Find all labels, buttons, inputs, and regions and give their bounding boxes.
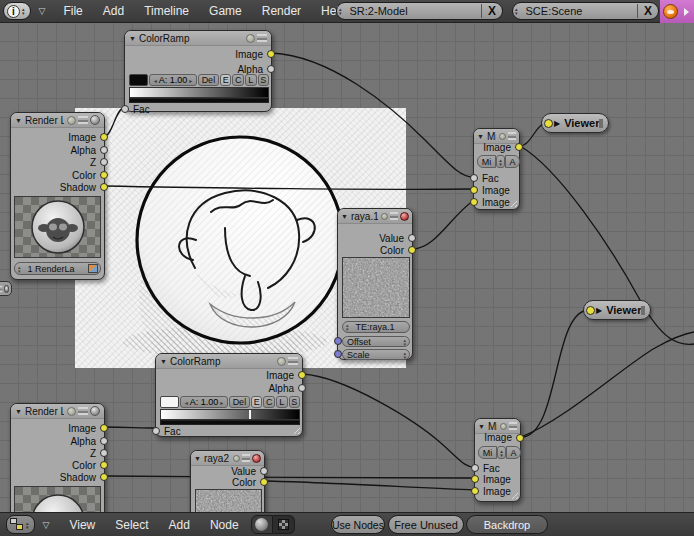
- mix-mode-button[interactable]: Mi: [477, 155, 496, 168]
- collapse-icon[interactable]: ▼: [160, 358, 167, 365]
- offset-stepper-icon[interactable]: ▴▾: [400, 338, 409, 346]
- node-mix-2[interactable]: ▼ Mix Image Mi ▴▾ A Fac Image Image: [474, 418, 521, 502]
- image-icon[interactable]: [88, 264, 98, 273]
- mix-mode-control[interactable]: Mi ▴▾ A: [477, 155, 520, 168]
- backdrop-toggle-button[interactable]: Backdrop: [466, 515, 548, 534]
- socket-alpha-output[interactable]: [100, 437, 108, 445]
- collapse-icon[interactable]: ▼: [15, 408, 22, 415]
- plus-icon[interactable]: [67, 407, 76, 416]
- socket-image-output[interactable]: [515, 143, 523, 151]
- ramp-flag-l[interactable]: L: [245, 74, 257, 86]
- texture-name[interactable]: TE:raya.1: [352, 322, 409, 332]
- collapsed-node-arrow-icon[interactable]: ▶: [554, 119, 560, 128]
- plus-icon[interactable]: [499, 133, 506, 140]
- node-texture-raya2[interactable]: ▼ raya2 Value Color: [190, 450, 265, 512]
- scene-name-field[interactable]: SCE:Scene: [520, 5, 637, 17]
- node-renderlayer-2[interactable]: ▼ Render Laye Image Alpha Z Color Shadow: [10, 403, 105, 512]
- socket-offset-input[interactable]: [334, 337, 342, 345]
- ramp-flag-e[interactable]: E: [220, 74, 232, 86]
- renderlayer-selector[interactable]: ▴▾ 1 RenderLa: [14, 262, 101, 275]
- plus-icon[interactable]: [233, 455, 240, 462]
- socket-image2-input[interactable]: [470, 198, 478, 206]
- socket-z-output[interactable]: [100, 449, 108, 457]
- node-viewer-2[interactable]: ▶ Viewer: [583, 300, 651, 320]
- node-colorramp-1[interactable]: ▼ ColorRamp Image Alpha ◂A: 1.00▸ Del E …: [124, 30, 272, 112]
- node-menu-icon[interactable]: [641, 306, 645, 315]
- socket-value-output[interactable]: [260, 467, 268, 475]
- menu-add[interactable]: Add: [101, 4, 126, 18]
- socket-scale-input[interactable]: [334, 350, 342, 358]
- shader-nodes-toggle[interactable]: [251, 515, 273, 534]
- node-renderlayer-1[interactable]: ▼ Render Laye Image Alpha Z Color Shadow: [10, 112, 105, 280]
- composite-nodes-toggle[interactable]: [273, 515, 295, 534]
- screen-name-field[interactable]: SR:2-Model: [344, 5, 481, 17]
- editor-type-button[interactable]: ▴▾: [6, 515, 35, 534]
- node-colorramp-2[interactable]: ▼ ColorRamp Image Alpha ◂A: 1.00▸ Del E …: [155, 353, 303, 437]
- node-menu-icon[interactable]: [242, 454, 250, 462]
- plus-icon[interactable]: [246, 34, 255, 43]
- node-viewer-1[interactable]: ▶ Viewer: [541, 113, 609, 133]
- socket-fac-input[interactable]: [121, 105, 129, 113]
- socket-image-output[interactable]: [267, 50, 275, 58]
- scale-vector-button[interactable]: Scale ▴▾: [342, 349, 410, 360]
- socket-viewer-input[interactable]: [586, 306, 595, 315]
- node-header[interactable]: ▼ Render Laye: [11, 404, 104, 419]
- ramp-flag-l[interactable]: L: [276, 396, 288, 408]
- socket-color-output[interactable]: [408, 246, 416, 254]
- socket-shadow-output[interactable]: [100, 473, 108, 481]
- collapsed-node-arrow-icon[interactable]: ▶: [596, 306, 602, 315]
- node-texture-raya1[interactable]: ▼ raya.1 Value Color ▴▾ TE:raya.1 Offset…: [337, 208, 413, 360]
- node-menu-icon[interactable]: [390, 212, 398, 220]
- node-menu-icon[interactable]: [78, 116, 88, 124]
- collapse-icon[interactable]: ▼: [477, 133, 484, 140]
- clipped-node-header[interactable]: [0, 281, 12, 296]
- plus-icon[interactable]: [381, 213, 388, 220]
- ramp-alpha-field[interactable]: ◂A: 1.00▸: [180, 396, 228, 408]
- menu-file[interactable]: File: [61, 4, 84, 18]
- socket-color-output[interactable]: [100, 171, 108, 179]
- node-header[interactable]: ▼ Render Laye: [11, 113, 104, 128]
- colorband-gradient[interactable]: [129, 87, 269, 98]
- menu-render[interactable]: Render: [260, 4, 303, 18]
- panel-collapse-icon[interactable]: ▽: [43, 520, 50, 530]
- window-type-stepper[interactable]: ▴▾: [20, 7, 27, 15]
- ramp-delete-button[interactable]: Del: [198, 74, 219, 86]
- layer-name[interactable]: 1 RenderLa: [24, 264, 88, 274]
- socket-image-output[interactable]: [100, 133, 108, 141]
- socket-z-output[interactable]: [100, 158, 108, 166]
- ramp-color-swatch[interactable]: [129, 74, 148, 86]
- node-header[interactable]: ▼ raya2: [191, 451, 264, 466]
- menu-node[interactable]: Node: [208, 518, 241, 532]
- socket-image-output[interactable]: [100, 424, 108, 432]
- node-resize-grip[interactable]: [291, 425, 300, 434]
- node-header[interactable]: ▼ ColorRamp: [125, 31, 271, 46]
- collapse-icon[interactable]: ▼: [129, 35, 136, 42]
- colorband-gradient[interactable]: [160, 409, 300, 420]
- node-header[interactable]: ▼ ColorRamp: [156, 354, 302, 369]
- panel-collapse-icon[interactable]: ▽: [39, 6, 46, 16]
- node-menu-icon[interactable]: [288, 357, 298, 365]
- socket-alpha-output[interactable]: [298, 384, 306, 392]
- menu-view[interactable]: View: [67, 518, 97, 532]
- offset-vector-button[interactable]: Offset ▴▾: [342, 336, 410, 347]
- socket-shadow-output[interactable]: [100, 183, 108, 191]
- socket-alpha-output[interactable]: [267, 65, 275, 73]
- ramp-flag-c[interactable]: C: [232, 74, 244, 86]
- mix-mode-stepper[interactable]: ▴▾: [497, 446, 506, 459]
- scale-stepper-icon[interactable]: ▴▾: [400, 351, 409, 359]
- plus-icon[interactable]: [67, 116, 76, 125]
- free-unused-button[interactable]: Free Unused: [388, 515, 464, 534]
- use-nodes-button[interactable]: Use Nodes: [331, 515, 385, 534]
- app-menu-button[interactable]: i ▴▾: [3, 2, 31, 20]
- socket-image1-input[interactable]: [470, 186, 478, 194]
- socket-viewer-input[interactable]: [544, 119, 553, 128]
- ramp-color-swatch[interactable]: [160, 396, 179, 408]
- socket-fac-input[interactable]: [152, 427, 160, 435]
- socket-image-output[interactable]: [516, 434, 524, 442]
- node-menu-icon[interactable]: [508, 132, 516, 140]
- node-menu-icon[interactable]: [599, 119, 603, 128]
- ramp-flag-e[interactable]: E: [251, 396, 263, 408]
- node-mix-1[interactable]: ▼ Mix Image Mi ▴▾ A Fac Image Image: [473, 128, 520, 210]
- menu-add[interactable]: Add: [167, 518, 192, 532]
- texture-stepper-icon[interactable]: ▴▾: [343, 323, 352, 331]
